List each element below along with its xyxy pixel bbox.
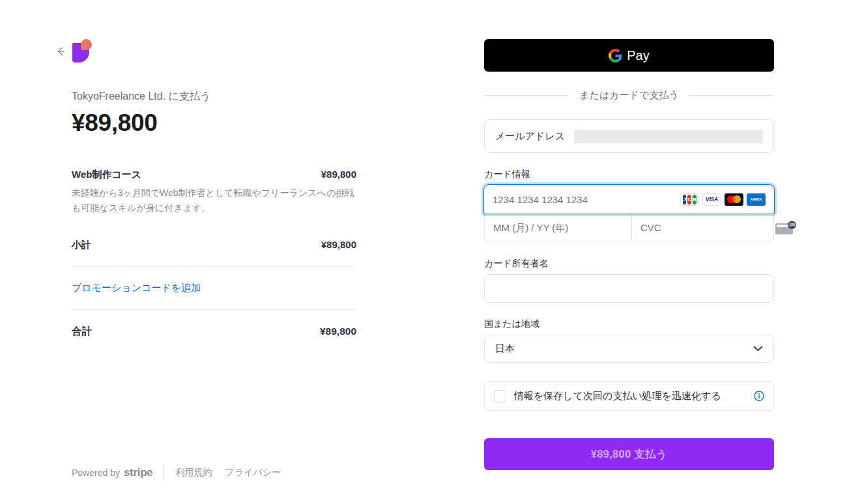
footer-divider	[163, 466, 164, 480]
total-row: 合計 ¥89,800	[72, 325, 356, 339]
cvc-card-icon: 123	[775, 221, 796, 235]
subtotal-value: ¥89,800	[321, 239, 356, 250]
divider	[72, 309, 356, 310]
cvc-cell: 123	[632, 214, 805, 242]
merchant-pay-to-line: TokyoFreelance Ltd. に支払う	[72, 90, 424, 104]
google-pay-label: Pay	[627, 48, 649, 63]
order-summary-panel: TokyoFreelance Ltd. に支払う ¥89,800 Web制作コー…	[0, 0, 424, 504]
mastercard-icon	[725, 193, 743, 206]
total-value: ¥89,800	[320, 326, 356, 337]
checkout-footer: Powered by stripe 利用規約 プライバシー	[72, 466, 281, 480]
product-row: Web制作コース ¥89,800	[72, 169, 356, 181]
cardholder-name-input[interactable]	[484, 274, 774, 303]
country-select[interactable]: 日本	[484, 335, 774, 363]
subtotal-label: 小計	[72, 239, 91, 251]
add-promo-code-link[interactable]: プロモーションコードを追加	[72, 282, 201, 294]
save-info-checkbox[interactable]	[494, 390, 506, 402]
divider	[72, 266, 356, 267]
merchant-logo	[72, 39, 96, 64]
amex-icon: AMEX	[747, 193, 766, 206]
google-g-icon	[609, 49, 622, 63]
card-sub-row: 123	[484, 214, 774, 242]
jcb-stripe-b: B	[693, 195, 696, 204]
product-name: Web制作コース	[72, 169, 141, 181]
mastercard-overlap	[732, 197, 736, 202]
card-cvc-input[interactable]	[640, 222, 770, 233]
divider-line	[689, 95, 774, 96]
google-pay-button[interactable]: Pay	[484, 39, 774, 72]
powered-by-text: Powered by	[72, 468, 120, 478]
email-label: メールアドレス	[495, 130, 565, 143]
stripe-wordmark: stripe	[124, 466, 153, 479]
divider-text: またはカードで支払う	[579, 89, 678, 102]
powered-by-stripe[interactable]: Powered by stripe	[72, 466, 152, 479]
email-field[interactable]: メールアドレス	[484, 119, 774, 153]
payment-form-panel: Pay またはカードで支払う メールアドレス カード情報 J C B VISA	[424, 0, 847, 504]
total-amount-heading: ¥89,800	[72, 109, 424, 137]
or-pay-with-card-divider: またはカードで支払う	[484, 89, 774, 102]
jcb-icon: J C B	[680, 193, 699, 206]
visa-icon: VISA	[702, 193, 721, 206]
save-info-label: 情報を保存して次回の支払い処理を迅速化する	[514, 390, 746, 402]
pay-button[interactable]: ¥89,800 支払う	[484, 438, 774, 470]
country-selected-value: 日本	[495, 343, 515, 355]
subtotal-row: 小計 ¥89,800	[72, 239, 356, 251]
merchant-header	[55, 39, 424, 64]
chevron-down-icon	[753, 346, 763, 352]
cardholder-name-label: カード所有者名	[484, 258, 774, 270]
product-price: ¥89,800	[321, 169, 356, 180]
expiry-cell	[485, 214, 632, 242]
total-label: 合計	[72, 325, 92, 339]
cvc-badge: 123	[788, 221, 796, 229]
save-info-box: 情報を保存して次回の支払い処理を迅速化する	[484, 381, 774, 411]
divider-line	[484, 95, 569, 96]
card-info-group: J C B VISA AMEX	[484, 185, 774, 242]
country-label: 国または地域	[484, 318, 774, 330]
back-arrow-icon[interactable]	[55, 46, 66, 57]
privacy-link[interactable]: プライバシー	[225, 467, 281, 479]
card-info-label: カード情報	[484, 169, 774, 180]
card-number-input[interactable]	[493, 194, 675, 205]
merchant-logo-dot	[81, 39, 92, 50]
card-brand-icons: J C B VISA AMEX	[680, 193, 766, 206]
card-expiry-input[interactable]	[493, 222, 623, 233]
jcb-stripe-j: J	[683, 195, 686, 204]
terms-link[interactable]: 利用規約	[175, 467, 212, 479]
info-icon[interactable]	[754, 391, 764, 401]
product-description: 未経験から3ヶ月間でWeb制作者として転職やフリーランスへの挑戦も可能なスキルが…	[72, 186, 356, 215]
jcb-stripe-c: C	[687, 195, 691, 204]
card-number-row: J C B VISA AMEX	[484, 185, 774, 214]
email-redacted-value	[574, 130, 763, 143]
